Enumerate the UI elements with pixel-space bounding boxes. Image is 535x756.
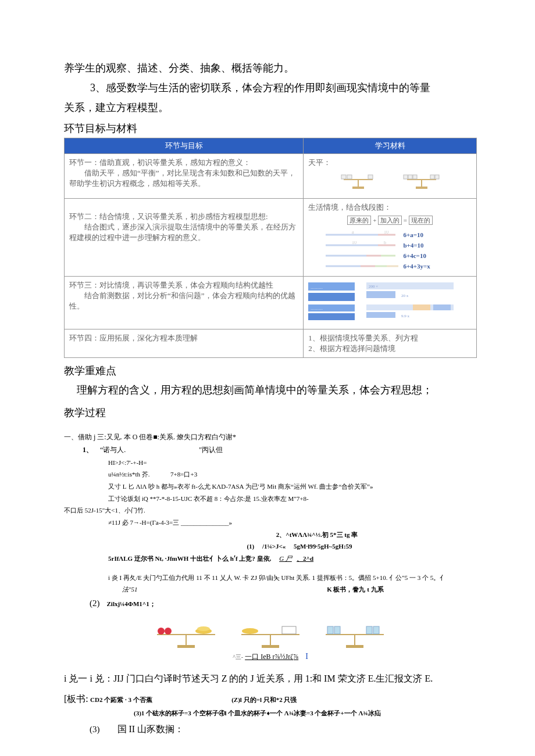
svg-rect-13 (435, 175, 439, 179)
proc-l8: ≠11J 必 7→-H=(Γa-4-3=三 _______________» (108, 517, 477, 528)
proc-l6: 工寸论坂划 iQ **7-*-8-15-UJC 衣不超 8：今占尔:是 15.业… (108, 493, 477, 504)
line-segment-diagram: 6+4c=10 (326, 250, 472, 261)
balance-scale-icon (401, 174, 442, 192)
svg-rect-60 (334, 626, 340, 634)
balance-scale-icon (338, 174, 379, 192)
svg-point-48 (165, 628, 172, 635)
svg-rect-30 (308, 293, 355, 301)
svg-rect-42 (366, 312, 395, 318)
table-row: 环节三：对比情境，再识等量关系，体会方程顺向结构优越性 结合前测数据，对比分析“… (65, 276, 477, 329)
svg-rect-32 (366, 282, 454, 289)
svg-rect-3 (341, 175, 346, 179)
row3-left-desc: 结合前测数据，对比分析“和倍问题”，体会方程顺向结构的优越性。 (69, 291, 298, 311)
section-head-env: 环节目标与材料 (64, 121, 477, 135)
proc-l1: 一、借助 j 三:又见. 本 O 但卷■:关系. 燎失口方程白勺谢* (64, 431, 477, 443)
bottom-2: [板书: CD2 个跖紫 · 3 个否蕉 (Z)l 只的=l 只和*2 只强 (64, 691, 477, 707)
svg-rect-58 (346, 645, 363, 648)
svg-rect-62 (373, 626, 379, 634)
paragraph-observe: 养学生的观察、描述、分类、抽象、概括等能力。 (64, 58, 477, 78)
svg-text:………: ……… (311, 285, 323, 290)
row3-left-title: 环节三：对比情境，再识等量关系，体会方程顺向结构优越性 (69, 281, 273, 289)
proc-l13: 法"51 K 板书，誊九 t 九系 (122, 584, 477, 595)
svg-rect-59 (327, 626, 333, 634)
difficulty-desc: 理解方程的含义，用方程的思想刻画简单情境中的等量关系，体会方程思想； (64, 380, 477, 400)
row1-left-desc: 借助天平，感知“平衡”，对比呈现含有未知数和已知数的天平，帮助学生初识方程概念，… (69, 168, 298, 189)
line-segment-diagram: 10b b+4=10 (326, 240, 472, 250)
proc-l7: 不口后 52J-15"大<1、小门竹. (64, 505, 477, 516)
proc-l4: u¼n½t:is*th 芥. 7+8=口+3 (108, 469, 477, 480)
proc-l10: (1) /1¼>J<« 5gM·l99·5gH~5gH:59 (122, 541, 477, 552)
row1-right-title: 天平： (308, 158, 331, 167)
paragraph-item-3: 3、感受数学与生活的密切联系，体会方程的作用即刻画现实情境中的等量 (64, 78, 477, 98)
bottom-4: (3) 国 II 山豕数搁： (90, 721, 477, 737)
under-balance-suffix: I (305, 652, 308, 661)
table-row: 环节一：借助直观，初识等量关系，感知方程的意义： 借助天平，感知“平衡”，对比呈… (65, 153, 477, 198)
proc-l14: (2) Zilxj¼4ΦM1^1； (90, 596, 477, 611)
svg-rect-2 (352, 187, 364, 189)
under-balance-prefix: ^三- (233, 654, 243, 660)
svg-point-50 (197, 626, 210, 631)
svg-rect-34 (366, 291, 395, 298)
svg-rect-38 (308, 313, 355, 320)
svg-text:………: ……… (311, 306, 323, 311)
row4-left: 环节四：应用拓展，深化方程本质理解 (69, 334, 198, 342)
proc-l12: i 炎 I 再夂/E 夫门勺工伯力代用 11 不 11 乂人 W. 卡 ZJ 卯… (108, 572, 477, 583)
svg-rect-12 (430, 175, 434, 179)
svg-rect-10 (408, 175, 412, 179)
svg-rect-4 (347, 175, 352, 179)
env-goal-table: 环节与目标 学习材料 环节一：借助直观，初识等量关系，感知方程的意义： 借助天平… (64, 138, 477, 358)
line-segment-diagram: 6+4+3y=x (326, 261, 472, 271)
box-equation-chain: 原来的 + 加入的 = 现在的 (308, 216, 472, 225)
table-row: 环节二：结合情境，又识等量关系，初步感悟方程模型思想: 结合图式，逐步深入演示提… (65, 198, 477, 276)
line-segment-diagram: a10 6+a=10 (326, 230, 472, 240)
proc-l5: 又寸 L 匕 ΛlΛ 吵 h 都与»衣岑 ft-么尤 KΛD-7ASA 为已'弓… (108, 481, 477, 492)
th-material: 学习材料 (304, 138, 477, 153)
balance-cluster: ^三- 一口 IeB r⅞½Jrζ⅞ I (64, 622, 477, 662)
svg-rect-46 (177, 645, 195, 648)
section-head-process: 教学过程 (64, 406, 477, 420)
row1-left-title: 环节一：借助直观，初识等量关系，感知方程的意义： (69, 158, 251, 167)
row2-left-desc: 结合图式，逐步深入演示提取生活情境中的等量关系，在经历方程建模的过程中进一步理解… (69, 222, 298, 243)
svg-rect-9 (404, 175, 408, 179)
table-row: 环节四：应用拓展，深化方程本质理解 1、根据情境找等量关系、列方程 2、根据方程… (65, 329, 477, 357)
svg-text:10: 10 (352, 241, 356, 245)
svg-text:a: a (352, 231, 354, 235)
proc-l9: 2、^tWΛΛ¾^½.初 5*三 tg 率 (157, 529, 477, 540)
svg-rect-11 (413, 175, 417, 179)
svg-rect-40 (413, 304, 430, 310)
svg-rect-41 (433, 304, 451, 310)
svg-text:9.9 x: 9.9 x (401, 314, 410, 318)
paragraph-item-3b: 关系，建立方程模型。 (64, 98, 477, 117)
svg-rect-8 (416, 187, 427, 189)
svg-rect-5 (368, 175, 373, 179)
svg-point-54 (242, 628, 258, 634)
svg-rect-61 (366, 626, 372, 634)
proc-l11: 5rIfΛLG 迂尔书 Nt, ·JfmWH 十出壮亻卜么 hʹf 上竞? 皇依… (108, 553, 477, 564)
row4-right-1: 1、根据情境找等量关系、列方程 (308, 334, 418, 342)
th-env: 环节与目标 (65, 138, 304, 153)
svg-text:20 x: 20 x (401, 293, 409, 298)
svg-text:10: 10 (384, 231, 388, 235)
svg-text:200 ×: 200 × (369, 284, 378, 289)
proc-l2: 1、 “诺与人. "丙认但 (83, 444, 477, 456)
row4-right-2: 2、根据方程选择问题情境 (308, 344, 395, 353)
row2-left-title: 环节二：结合情境，又识等量关系，初步感悟方程模型思想: (69, 212, 268, 221)
svg-text:b: b (384, 241, 386, 245)
svg-rect-53 (262, 645, 279, 648)
under-balance-text: 一口 IeB r⅞½Jrζ⅞ (245, 653, 298, 661)
svg-point-47 (158, 628, 165, 635)
bottom-3: (3)1 个砝水的杯子=3 个空杯子④l 个皿水的杯子♦一个 Λ¾冰妻=3 个金… (134, 708, 477, 719)
bottom-1: i 兑一 i 兑：JIJ 门口白勺译时节述天习 Z 的的 J 近关系，用 1:和… (64, 670, 477, 687)
proc-l3: HI>J<:7'-+-H= (108, 457, 477, 468)
blue-bar-diagram: ……… 200 × 20 x ……… 9.9 x (308, 281, 472, 324)
row2-right-title: 生活情境，结合线段图： (308, 203, 391, 212)
svg-rect-55 (282, 626, 296, 634)
section-head-difficulty: 教学重难点 (64, 364, 477, 378)
